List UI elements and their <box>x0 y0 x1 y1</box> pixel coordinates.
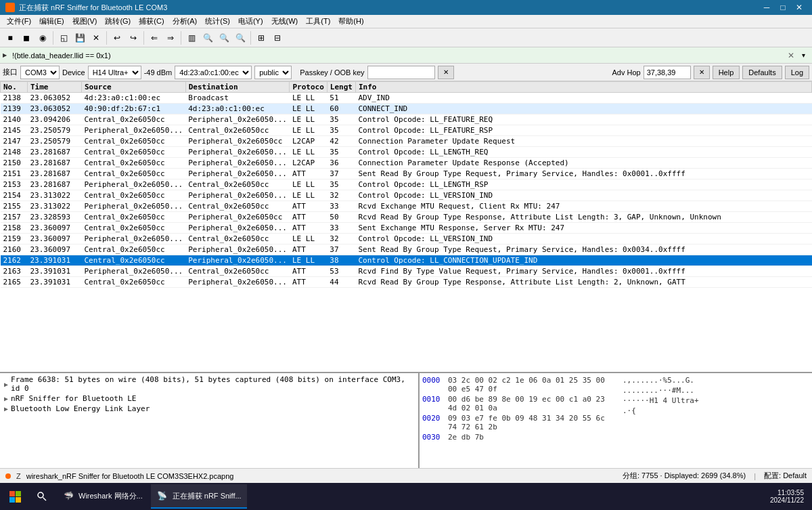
menu-item-g[interactable]: 跳转(G) <box>101 15 135 28</box>
mode-select[interactable]: public <box>254 66 292 79</box>
hex-ascii-row: ........···#M... <box>623 386 809 395</box>
filter-input[interactable] <box>9 49 785 62</box>
toolbar-fwd-btn[interactable]: ↪ <box>126 30 141 45</box>
taskbar-search-btn[interactable] <box>30 484 54 509</box>
packet-table-container: No. Time Source Destination Protoco Leng… <box>0 81 812 373</box>
col-header-proto: Protoco <box>290 82 327 93</box>
menu-item-v[interactable]: 视图(V) <box>68 15 102 28</box>
hex-ascii-row: .,......·%5...G. <box>623 376 809 385</box>
toolbar-sep5 <box>250 31 251 45</box>
capture-z: Z <box>16 472 21 480</box>
menu-item-f[interactable]: 文件(F) <box>3 15 35 28</box>
table-row[interactable]: 214523.250579Peripheral_0x2e6050...Centr… <box>1 125 812 136</box>
toolbar-gotoend-btn[interactable]: ⇒ <box>163 30 178 45</box>
toolbar-save-btn[interactable]: 💾 <box>72 30 87 45</box>
toolbar-collapse-btn[interactable]: ⊟ <box>270 30 285 45</box>
taskbar-app-sniffer[interactable]: 📡 正在捕获 nRF Sniff... <box>151 484 247 509</box>
adv-hop-clear-btn[interactable]: ✕ <box>694 66 710 79</box>
toolbar-zoom-in-btn[interactable]: 🔍 <box>200 30 215 45</box>
address-select[interactable]: 4d:23:a0:c1:00:ec <box>175 66 252 79</box>
toolbar-zoom-out-btn[interactable]: 🔍 <box>217 30 231 45</box>
detail-item[interactable]: ▶nRF Sniffer for Bluetooth LE <box>1 394 417 404</box>
table-row[interactable]: 215723.328593Central_0x2e6050ccPeriphera… <box>1 212 812 223</box>
filter-dropdown-btn[interactable]: ▾ <box>797 49 809 62</box>
detail-item[interactable]: ▶Bluetooth Low Energy Link Layer <box>1 404 417 414</box>
toolbar-stop-btn[interactable]: ◼ <box>19 30 34 45</box>
menu-item-a[interactable]: 分析(A) <box>168 15 202 28</box>
table-row[interactable]: 213823.0630524d:23:a0:c1:00:ecBroadcastL… <box>1 93 812 104</box>
toolbar-open-btn[interactable]: ◱ <box>56 30 71 45</box>
table-row[interactable]: 215823.360097Central_0x2e6050ccPeriphera… <box>1 223 812 234</box>
taskbar-app-wireshark[interactable]: 🦈 Wireshark 网络分... <box>57 484 148 509</box>
table-row[interactable]: 215323.281687Peripheral_0x2e6050...Centr… <box>1 179 812 190</box>
main-area: No. Time Source Destination Protoco Leng… <box>0 81 812 495</box>
menu-item-w[interactable]: 无线(W) <box>267 15 302 28</box>
detail-arrow: ▶ <box>4 381 8 388</box>
hex-row: 000003 2c 00 02 c2 1e 06 0a 01 25 35 00 … <box>422 376 609 394</box>
capture-file: wireshark_nRF Sniffer for Bluetooth LE C… <box>26 472 234 480</box>
col-header-src: Source <box>82 82 186 93</box>
status-bar: Z wireshark_nRF Sniffer for Bluetooth LE… <box>0 468 812 483</box>
hex-row: 002009 03 e7 fe 0b 09 48 31 34 20 55 6c … <box>422 414 609 431</box>
conn-bar: 接口 COM3 Device H14 Ultra+ -49 dBm 4d:23:… <box>0 64 812 81</box>
log-btn[interactable]: Log <box>785 66 809 79</box>
toolbar: ■ ◼ ◉ ◱ 💾 ✕ ↩ ↪ ⇐ ⇒ ▥ 🔍 🔍 🔍 ⊞ ⊟ <box>0 28 812 47</box>
packet-count: 分组: 7755 · Displayed: 2699 (34.8%) <box>623 471 746 481</box>
col-header-dst: Destination <box>185 82 290 93</box>
help-btn[interactable]: Help <box>713 66 740 79</box>
signal-value: -49 dBm <box>144 68 173 77</box>
passkey-clear-btn[interactable]: ✕ <box>438 66 454 79</box>
menu-item-s[interactable]: 统计(S) <box>201 15 234 28</box>
hex-row: 00302e db 7b <box>422 433 609 442</box>
table-row[interactable]: 216323.391031Peripheral_0x2e6050...Centr… <box>1 266 812 277</box>
table-row[interactable]: 216223.391031Central_0x2e6050ccPeriphera… <box>1 255 812 266</box>
table-row[interactable]: 214723.250579Central_0x2e6050ccPeriphera… <box>1 136 812 147</box>
toolbar-sep3 <box>143 31 144 45</box>
toolbar-zoom-normal-btn[interactable]: 🔍 <box>233 30 248 45</box>
close-btn[interactable]: ✕ <box>792 0 807 15</box>
table-row[interactable]: 215523.313022Peripheral_0x2e6050...Centr… <box>1 201 812 212</box>
toolbar-goto-btn[interactable]: ⇐ <box>147 30 162 45</box>
title-text: 正在捕获 nRF Sniffer for Bluetooth LE COM3 <box>19 3 167 13</box>
table-row[interactable]: 215923.360097Peripheral_0x2e6050...Centr… <box>1 234 812 245</box>
table-row[interactable]: 216023.360097Central_0x2e6050ccPeriphera… <box>1 245 812 255</box>
port-label: 接口 <box>3 67 18 77</box>
adv-hop-label: Adv Hop <box>612 68 640 77</box>
taskbar-time: 11:03:55 <box>777 489 804 496</box>
menu-item-e[interactable]: 编辑(E) <box>35 15 68 28</box>
table-row[interactable]: 215023.281687Central_0x2e6050ccPeriphera… <box>1 158 812 169</box>
toolbar-back-btn[interactable]: ↩ <box>110 30 125 45</box>
filter-bar: ▸ ✕ ▾ <box>0 47 812 64</box>
table-row[interactable]: 215123.281687Central_0x2e6050ccPeriphera… <box>1 169 812 179</box>
table-row[interactable]: 215423.313022Central_0x2e6050ccPeriphera… <box>1 190 812 201</box>
detail-item[interactable]: ▶Frame 6638: 51 bytes on wire (408 bits)… <box>1 375 417 394</box>
toolbar-coloring-btn[interactable]: ▥ <box>184 30 199 45</box>
table-row[interactable]: 216523.391031Central_0x2e6050ccPeriphera… <box>1 277 812 288</box>
adv-hop-input[interactable] <box>644 66 691 79</box>
svg-line-5 <box>43 498 47 501</box>
toolbar-start-btn[interactable]: ■ <box>3 30 18 45</box>
detail-arrow: ▶ <box>4 395 8 402</box>
filter-clear-btn[interactable]: ✕ <box>785 49 797 62</box>
table-row[interactable]: 214823.281687Central_0x2e6050ccPeriphera… <box>1 147 812 158</box>
toolbar-expand-btn[interactable]: ⊞ <box>254 30 269 45</box>
menu-item-t[interactable]: 工具(T) <box>302 15 334 28</box>
menu-item-h[interactable]: 帮助(H) <box>334 15 367 28</box>
port-select[interactable]: COM3 <box>20 66 60 79</box>
defaults-btn[interactable]: Defaults <box>742 66 782 79</box>
start-button[interactable] <box>3 484 27 509</box>
menu-item-y[interactable]: 电话(Y) <box>234 15 267 28</box>
maximize-btn[interactable]: □ <box>775 0 790 15</box>
table-row[interactable]: 213923.06305240:90:df:2b:67:c14d:23:a0:c… <box>1 104 812 114</box>
device-select[interactable]: H14 Ultra+ <box>88 66 141 79</box>
toolbar-close-btn[interactable]: ✕ <box>89 30 104 45</box>
svg-rect-2 <box>9 497 15 503</box>
menu-item-c[interactable]: 捕获(C) <box>135 15 168 28</box>
table-row[interactable]: 214023.094206Central_0x2e6050ccPeriphera… <box>1 114 812 125</box>
minimize-btn[interactable]: ─ <box>759 0 774 15</box>
toolbar-restart-btn[interactable]: ◉ <box>35 30 50 45</box>
title-bar: 正在捕获 nRF Sniffer for Bluetooth LE COM3 ─… <box>0 0 812 15</box>
capture-indicator <box>5 473 11 479</box>
svg-rect-1 <box>16 491 21 496</box>
passkey-input[interactable] <box>367 66 435 79</box>
